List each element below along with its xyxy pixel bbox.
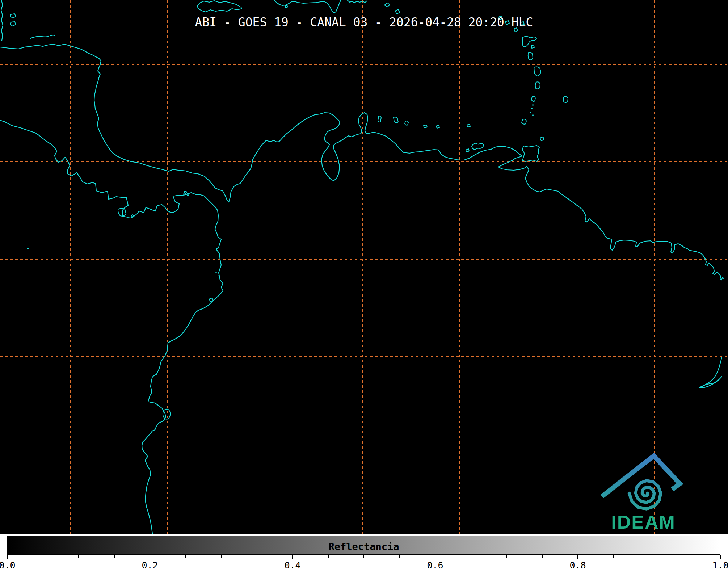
satellite-image-viewer: { "window": { "width": 2011, "height": 1… (0, 0, 728, 571)
colorbar-major-tick (150, 555, 150, 559)
colorbar-tick-label: 0.4 (284, 560, 300, 571)
colorbar-minor-tick (114, 555, 115, 558)
colorbar-major-tick (435, 555, 435, 559)
colorbar-minor-tick (685, 555, 685, 558)
map-title: ABI - GOES 19 - CANAL 03 - 2026-04-28 20… (0, 15, 728, 29)
colorbar-minor-tick (78, 555, 79, 558)
colorbar-minor-tick (542, 555, 543, 558)
colorbar-tick-label: 0.0 (0, 560, 16, 571)
ideam-logo: IDEAM (604, 456, 680, 533)
colorbar-gradient: Reflectancia (7, 536, 720, 555)
colorbar-minor-tick (613, 555, 614, 558)
graticule-gridlines (0, 0, 728, 534)
colorbar-tick-label: 0.2 (142, 560, 158, 571)
colorbar-minor-tick (257, 555, 257, 558)
colorbar-minor-tick (363, 555, 364, 558)
colorbar-tick-label: 1.0 (712, 560, 728, 571)
colorbar-major-tick (720, 555, 721, 559)
logo-text: IDEAM (611, 512, 676, 533)
colorbar-minor-tick (43, 555, 43, 558)
colorbar-minor-tick (399, 555, 400, 558)
map-layers: IDEAM (0, 0, 728, 534)
logo-spiral (629, 481, 661, 509)
colorbar-minor-tick (328, 555, 329, 558)
colorbar-minor-tick (506, 555, 507, 558)
colorbar-panel: Reflectancia 0.00.20.40.60.81.0 (0, 534, 728, 571)
colorbar-major-tick (292, 555, 293, 559)
colorbar-minor-tick (471, 555, 471, 558)
colorbar-major-tick (7, 555, 8, 559)
colorbar-tick-labels: 0.00.20.40.60.81.0 (7, 560, 720, 570)
colorbar-minor-tick (221, 555, 222, 558)
colorbar-label: Reflectancia (8, 541, 720, 552)
map-canvas: IDEAM ABI - GOES 19 - CANAL 03 - 2026-04… (0, 0, 728, 534)
colorbar-minor-tick (649, 555, 649, 558)
colorbar-tick-label: 0.8 (569, 560, 586, 571)
colorbar-minor-tick (185, 555, 186, 558)
colorbar-ticks (7, 555, 720, 560)
colorbar-tick-label: 0.6 (427, 560, 443, 571)
colorbar-major-tick (577, 555, 578, 559)
